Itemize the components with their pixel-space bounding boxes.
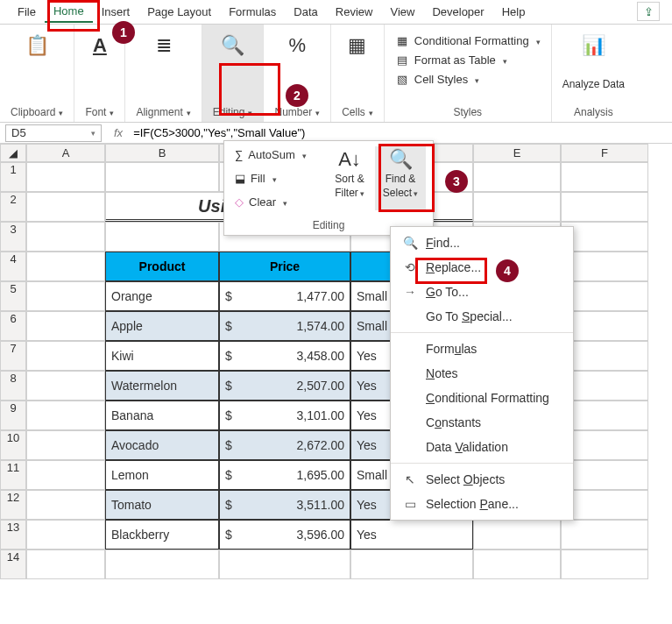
col-e[interactable]: E [473,144,561,162]
conditional-formatting-button[interactable]: ▦Conditional Formatting [395,33,541,47]
cell[interactable] [26,281,105,311]
cell[interactable] [561,520,648,550]
cell-price[interactable]: $1,477.00 [219,281,350,311]
group-clipboard[interactable]: 📋 Clipboard [0,25,74,122]
cell-price[interactable]: $3,101.00 [219,401,350,430]
clear-button[interactable]: ◇Clear [231,194,324,210]
cell[interactable] [105,222,219,252]
cell[interactable] [473,162,561,192]
cell-product[interactable]: Lemon [105,460,219,490]
cell[interactable] [561,311,648,341]
header-price[interactable]: Price [219,252,350,281]
group-font[interactable]: A Font [74,25,125,122]
cell[interactable] [26,490,105,520]
tab-developer[interactable]: Developer [423,2,492,22]
tab-page-layout[interactable]: Page Layout [138,2,220,22]
group-number[interactable]: % Number [264,25,331,122]
tab-insert[interactable]: Insert [93,2,139,22]
cell-price[interactable]: $1,695.00 [219,460,350,490]
col-a[interactable]: A [26,144,105,162]
tab-data[interactable]: Data [285,2,326,22]
cell[interactable] [561,430,648,460]
group-analyze[interactable]: 📊 Analyze Data Analysis [552,25,635,122]
row-11[interactable]: 11 [0,460,26,490]
cell-product[interactable]: Blackberry [105,520,219,550]
menu-selection-pane[interactable]: ▭Selection Pane... [391,492,573,516]
cell[interactable] [561,252,648,281]
cell[interactable] [26,311,105,341]
formula-input[interactable] [130,124,672,142]
sort-filter-button[interactable]: A↓ Sort & Filter [324,146,375,210]
menu-cond-fmt[interactable]: Conditional Formatting [391,386,573,410]
cell-product[interactable]: Tomato [105,490,219,520]
menu-select-objects[interactable]: ↖Select Objects [391,467,573,492]
group-alignment[interactable]: ≣ Alignment [125,25,202,122]
tab-formulas[interactable]: Formulas [220,2,285,22]
row-4[interactable]: 4 [0,252,26,281]
tab-file[interactable]: File [9,2,45,22]
cell-product[interactable]: Banana [105,401,219,430]
menu-formulas[interactable]: Formulas [391,337,573,361]
autosum-button[interactable]: ∑AutoSum [231,146,324,163]
row-8[interactable]: 8 [0,371,26,401]
cell-price[interactable]: $2,672.00 [219,430,350,460]
cell[interactable] [219,550,350,579]
row-12[interactable]: 12 [0,490,26,520]
name-box[interactable]: D5▾ [5,124,102,142]
row-3[interactable]: 3 [0,222,26,252]
tab-view[interactable]: View [381,2,423,22]
tab-home[interactable]: Home [45,1,93,23]
cell[interactable] [561,341,648,371]
cell[interactable] [561,192,648,222]
cell[interactable] [561,281,648,311]
cell[interactable] [473,550,561,579]
row-1[interactable]: 1 [0,162,26,192]
cell[interactable] [561,371,648,401]
tab-help[interactable]: Help [493,2,534,22]
select-all[interactable]: ◢ [0,144,26,162]
share-button[interactable]: ⇪ [637,2,660,21]
tab-review[interactable]: Review [327,2,382,22]
cell-price[interactable]: $3,458.00 [219,341,350,371]
cell[interactable] [561,162,648,192]
cell-price[interactable]: $3,511.00 [219,490,350,520]
row-13[interactable]: 13 [0,520,26,550]
row-2[interactable]: 2 [0,192,26,222]
cell[interactable] [26,401,105,430]
cell[interactable] [350,550,473,579]
cell-styles-button[interactable]: ▧Cell Styles [395,72,479,86]
group-cells[interactable]: ▦ Cells [331,25,385,122]
cell[interactable] [26,252,105,281]
cell-product[interactable]: Kiwi [105,341,219,371]
menu-notes[interactable]: Notes [391,361,573,386]
cell[interactable] [26,520,105,550]
cell-product[interactable]: Orange [105,281,219,311]
row-7[interactable]: 7 [0,341,26,371]
row-9[interactable]: 9 [0,401,26,430]
col-f[interactable]: F [561,144,648,162]
row-5[interactable]: 5 [0,281,26,311]
cell[interactable] [561,401,648,430]
col-b[interactable]: B [105,144,219,162]
cell[interactable] [26,430,105,460]
row-6[interactable]: 6 [0,311,26,341]
cell[interactable] [26,222,105,252]
cell[interactable] [26,460,105,490]
cell[interactable] [26,371,105,401]
cell-product[interactable]: Apple [105,311,219,341]
row-10[interactable]: 10 [0,430,26,460]
cell-price[interactable]: $1,574.00 [219,311,350,341]
format-as-table-button[interactable]: ▤Format as Table [395,53,507,67]
find-select-button[interactable]: 🔍 Find & Select [375,146,426,210]
cell[interactable] [26,550,105,579]
cell[interactable] [561,490,648,520]
header-product[interactable]: Product [105,252,219,281]
cell-price[interactable]: $3,596.00 [219,520,350,550]
cell-product[interactable]: Avocado [105,430,219,460]
cell[interactable] [26,162,105,192]
cell[interactable] [105,550,219,579]
cell[interactable] [473,192,561,222]
cell-product[interactable]: Watermelon [105,371,219,401]
cell[interactable] [26,192,105,222]
cell[interactable] [561,460,648,490]
